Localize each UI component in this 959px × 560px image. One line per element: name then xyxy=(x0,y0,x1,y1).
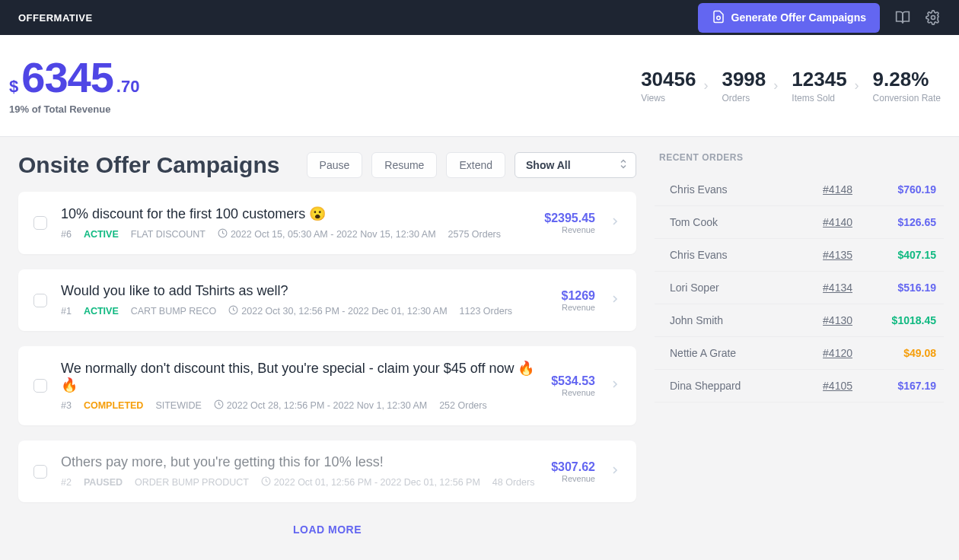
campaign-type: SITEWIDE xyxy=(155,400,201,411)
order-amount: $126.65 xyxy=(883,216,936,228)
revenue-subtitle: 19% of Total Revenue xyxy=(9,103,139,115)
stat-value: 30456 xyxy=(641,68,696,91)
order-id-link[interactable]: #4140 xyxy=(823,216,852,228)
campaign-orders: 48 Orders xyxy=(492,477,535,488)
topbar: OFFERMATIVE Generate Offer Campaigns xyxy=(0,0,959,35)
recent-order-row: Dina Sheppard#4105$167.19 xyxy=(655,370,944,402)
campaign-body: Would you like to add Tshirts as well?#1… xyxy=(61,283,548,317)
topbar-right: Generate Offer Campaigns xyxy=(698,3,941,33)
recent-order-row: Chris Evans#4135$407.15 xyxy=(655,239,944,272)
campaign-checkbox[interactable] xyxy=(33,216,47,230)
campaign-revenue-amount: $307.62 xyxy=(551,460,595,474)
clock-icon xyxy=(228,305,238,317)
stat-items-sold: 12345Items Sold xyxy=(792,68,846,103)
revenue-cents: .70 xyxy=(116,77,140,97)
campaigns-column: Onsite Offer Campaigns Pause Resume Exte… xyxy=(18,152,636,548)
stat-label: Conversion Rate xyxy=(873,93,941,103)
order-customer-name: Chris Evans xyxy=(670,183,823,196)
order-id-link[interactable]: #4135 xyxy=(823,249,852,261)
stat-views: 30456Views xyxy=(641,68,696,103)
stat-row: 30456Views›3998Orders›12345Items Sold›9.… xyxy=(641,68,941,103)
order-id-link[interactable]: #4134 xyxy=(823,282,852,294)
chevron-right-icon[interactable] xyxy=(609,378,621,393)
campaign-status: ACTIVE xyxy=(84,229,119,240)
campaign-date-range: 2022 Oct 15, 05:30 AM - 2022 Nov 15, 12:… xyxy=(218,228,436,240)
campaign-checkbox[interactable] xyxy=(33,465,47,479)
campaign-meta: #3COMPLETEDSITEWIDE2022 Oct 28, 12:56 PM… xyxy=(61,399,537,412)
order-id-link[interactable]: #4105 xyxy=(823,380,852,392)
recent-orders-list: Chris Evans#4148$760.19Tom Cook#4140$126… xyxy=(655,173,944,402)
recent-order-row: Nettie A Grate#4120$49.08 xyxy=(655,337,944,370)
svg-point-1 xyxy=(932,16,935,20)
brand: OFFERMATIVE xyxy=(18,12,93,24)
chevron-right-icon: › xyxy=(700,78,717,94)
stat-label: Items Sold xyxy=(792,93,846,103)
order-id-link[interactable]: #4148 xyxy=(823,183,852,196)
campaign-meta: #6ACTIVEFLAT DISCOUNT2022 Oct 15, 05:30 … xyxy=(61,228,530,240)
chevron-right-icon[interactable] xyxy=(609,215,621,231)
campaign-body: We normally don't discount this, But you… xyxy=(61,360,537,412)
recent-order-row: Chris Evans#4148$760.19 xyxy=(655,173,944,206)
stat-orders: 3998Orders xyxy=(722,68,766,103)
campaign-card[interactable]: We normally don't discount this, But you… xyxy=(18,346,636,425)
stats-bar: $ 6345 .70 19% of Total Revenue 30456Vie… xyxy=(0,35,959,137)
stat-value: 9.28% xyxy=(873,68,941,91)
campaign-date-range: 2022 Oct 01, 12:56 PM - 2022 Dec 01, 12:… xyxy=(261,476,480,488)
load-more-button[interactable]: LOAD MORE xyxy=(18,517,636,548)
campaign-body: Others pay more, but you're getting this… xyxy=(61,454,537,488)
order-amount: $167.19 xyxy=(883,380,936,392)
stat-value: 3998 xyxy=(722,68,766,91)
order-amount: $49.08 xyxy=(883,347,936,359)
campaign-checkbox[interactable] xyxy=(33,379,47,393)
campaign-revenue-amount: $1269 xyxy=(562,289,596,303)
clock-icon xyxy=(214,399,224,412)
revenue-block: $ 6345 .70 19% of Total Revenue xyxy=(9,56,139,115)
stat-value: 12345 xyxy=(792,68,846,91)
extend-button[interactable]: Extend xyxy=(446,152,505,178)
order-customer-name: John Smith xyxy=(670,314,823,326)
order-amount: $760.19 xyxy=(883,183,936,196)
order-id-link[interactable]: #4130 xyxy=(823,314,852,326)
campaign-checkbox[interactable] xyxy=(33,294,47,307)
stat-label: Orders xyxy=(722,93,766,103)
campaign-date-range: 2022 Oct 28, 12:56 PM - 2022 Nov 1, 12:3… xyxy=(214,399,427,412)
chevron-right-icon[interactable] xyxy=(609,464,621,479)
stat-conversion-rate: 9.28%Conversion Rate xyxy=(873,68,941,103)
filter-select[interactable]: Show All xyxy=(515,152,636,178)
select-updown-icon xyxy=(619,158,628,173)
campaign-revenue-label: Revenue xyxy=(544,225,595,234)
chevron-right-icon: › xyxy=(770,78,787,94)
campaign-card[interactable]: Would you like to add Tshirts as well?#1… xyxy=(18,269,636,331)
pause-button[interactable]: Pause xyxy=(307,152,363,178)
campaign-date-range: 2022 Oct 30, 12:56 PM - 2022 Dec 01, 12:… xyxy=(228,305,447,317)
campaign-type: ORDER BUMP PRODUCT xyxy=(135,477,249,488)
order-customer-name: Tom Cook xyxy=(670,216,823,228)
campaign-revenue-label: Revenue xyxy=(562,303,596,312)
chevron-right-icon[interactable] xyxy=(609,293,621,308)
campaign-revenue: $307.62Revenue xyxy=(551,460,595,483)
campaign-orders: 1123 Orders xyxy=(460,306,512,317)
order-amount: $516.19 xyxy=(883,282,936,294)
recent-order-row: John Smith#4130$1018.45 xyxy=(655,304,944,337)
campaign-title: Others pay more, but you're getting this… xyxy=(61,454,537,470)
generate-offer-campaigns-button[interactable]: Generate Offer Campaigns xyxy=(698,3,880,33)
revenue-main-digits: 6345 xyxy=(21,56,113,99)
clock-icon xyxy=(261,476,271,488)
campaign-card[interactable]: 10% discount for the first 100 customers… xyxy=(18,192,636,254)
campaign-body: 10% discount for the first 100 customers… xyxy=(61,205,530,240)
order-amount: $407.15 xyxy=(883,249,936,261)
campaign-index: #1 xyxy=(61,306,72,317)
campaign-title: Would you like to add Tshirts as well? xyxy=(61,283,548,299)
campaign-status: ACTIVE xyxy=(84,306,119,317)
recent-orders-title: RECENT ORDERS xyxy=(655,152,944,163)
docs-icon[interactable] xyxy=(895,10,910,25)
order-id-link[interactable]: #4120 xyxy=(823,347,852,359)
campaign-doc-icon xyxy=(712,10,725,26)
revenue-amount: $ 6345 .70 xyxy=(9,56,139,99)
campaign-index: #6 xyxy=(61,229,72,240)
main: Onsite Offer Campaigns Pause Resume Exte… xyxy=(0,137,959,548)
gear-icon[interactable] xyxy=(926,10,941,25)
resume-button[interactable]: Resume xyxy=(371,152,437,178)
campaign-card[interactable]: Others pay more, but you're getting this… xyxy=(18,441,636,502)
campaign-orders: 2575 Orders xyxy=(448,229,501,240)
